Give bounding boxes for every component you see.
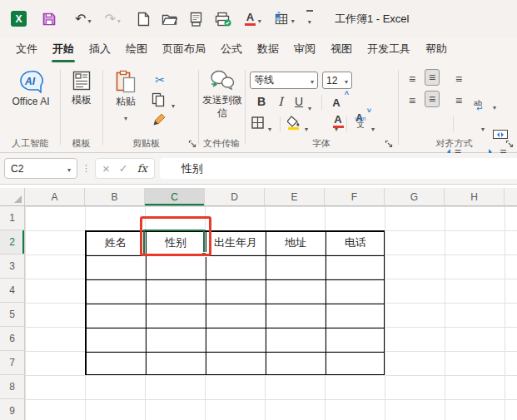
cell-b2[interactable]: 姓名 (86, 231, 146, 254)
row-header-4[interactable]: 4 (0, 279, 25, 303)
qat-font-color-button[interactable]: A (245, 7, 256, 32)
wrap-text-button[interactable] (473, 99, 490, 112)
fill-color-icon (287, 115, 301, 130)
ribbon-tab-bar: 文件 开始 插入 绘图 页面布局 公式 数据 审阅 视图 开发工具 帮助 (0, 37, 517, 65)
save-button[interactable] (42, 7, 57, 32)
insert-function-button[interactable]: fx (137, 162, 147, 175)
italic-button[interactable]: I (275, 93, 286, 110)
align-top-button[interactable] (405, 72, 420, 86)
align-right-button[interactable] (451, 93, 466, 108)
open-folder-icon (162, 12, 177, 26)
copy-button[interactable] (150, 91, 167, 108)
borders-button[interactable] (250, 115, 265, 130)
column-header-f[interactable]: F (325, 188, 385, 205)
fill-color-button[interactable] (286, 114, 301, 131)
column-header-a[interactable]: A (25, 188, 85, 205)
align-left-button[interactable] (405, 93, 420, 108)
new-file-button[interactable] (137, 7, 150, 32)
tab-draw[interactable]: 绘图 (118, 36, 155, 65)
align-bottom-button[interactable] (451, 72, 466, 86)
group-label-alignment: 对齐方式 (398, 137, 510, 150)
merge-chevron-icon[interactable] (493, 98, 496, 113)
cell-e2[interactable]: 地址 (266, 231, 326, 254)
align-center-button[interactable] (425, 91, 440, 107)
column-header-d[interactable]: D (205, 188, 265, 205)
open-file-button[interactable] (162, 7, 177, 32)
select-all-button[interactable] (0, 188, 25, 205)
ai-chat-bubble-icon: AI (17, 70, 44, 93)
column-header-g[interactable]: G (385, 188, 445, 205)
row-header-8[interactable]: 8 (0, 375, 25, 399)
underline-button[interactable]: U (293, 93, 305, 110)
quick-print-button[interactable] (215, 7, 231, 32)
font-size-chevron-icon (345, 75, 348, 86)
column-header-e[interactable]: E (265, 188, 325, 205)
name-box[interactable]: C2 (4, 158, 77, 179)
cancel-button[interactable]: × (102, 161, 110, 175)
group-label-file-transfer: 文件传输 (198, 137, 245, 150)
tab-view[interactable]: 视图 (323, 36, 360, 65)
borders-chevron-icon[interactable] (268, 120, 271, 135)
office-ai-button[interactable]: AI Office AI (7, 70, 55, 109)
fill-color-chevron-icon[interactable] (305, 120, 308, 135)
cut-button[interactable] (152, 72, 168, 88)
phonetic-chevron-icon[interactable] (371, 120, 375, 135)
redo-button[interactable] (104, 7, 115, 32)
formula-input[interactable]: 性别 (160, 158, 517, 179)
font-size-combo[interactable]: 12 (322, 72, 352, 89)
enter-button[interactable]: ✓ (119, 162, 128, 175)
font-color2-chevron-icon[interactable] (335, 120, 338, 135)
copy-chevron-icon[interactable] (172, 96, 175, 111)
tab-formulas[interactable]: 公式 (213, 36, 250, 65)
tab-review[interactable]: 审阅 (286, 36, 323, 65)
tab-home[interactable]: 开始 (45, 36, 82, 65)
paste-button[interactable]: 粘贴 (109, 70, 142, 124)
print-preview-icon (189, 12, 203, 27)
customize-quick-access-button[interactable] (306, 10, 313, 27)
column-header-b[interactable]: B (85, 188, 145, 205)
tab-developer[interactable]: 开发工具 (360, 36, 418, 65)
row-header-5[interactable]: 5 (0, 303, 25, 327)
column-header-h[interactable]: H (445, 188, 505, 205)
row-header-1[interactable]: 1 (0, 206, 25, 230)
worksheet: A B C D E F G H 1 2 3 4 5 6 7 8 9 姓名 性别 (0, 185, 517, 420)
font-color-chevron-icon[interactable] (258, 12, 261, 27)
row-header-7[interactable]: 7 (0, 351, 25, 375)
column-header-c[interactable]: C (145, 188, 205, 205)
office-ai-label: Office AI (12, 96, 49, 109)
underline-chevron-icon[interactable] (308, 99, 311, 114)
send-to-wechat-button[interactable]: 发送到微信 (202, 70, 242, 120)
row-header-6[interactable]: 6 (0, 327, 25, 351)
orientation-chevron-icon[interactable] (481, 120, 485, 135)
save-icon (42, 12, 57, 27)
row-header-9[interactable]: 9 (0, 399, 25, 420)
format-painter-button[interactable] (152, 111, 168, 128)
tab-data[interactable]: 数据 (250, 36, 286, 65)
title-bar: X A ✳ 工作簿1 - Excel (0, 0, 517, 37)
template-button[interactable]: 模板 (65, 70, 98, 107)
column-header-partial[interactable] (505, 188, 517, 205)
group-label-template: 模板 (60, 137, 102, 150)
font-dialog-launcher[interactable] (385, 140, 393, 148)
font-name-combo[interactable]: 等线 (250, 72, 318, 89)
bold-button[interactable]: B (255, 93, 268, 110)
cell-grid[interactable]: 姓名 性别 出生年月 地址 电话 (25, 206, 517, 420)
row-header-3[interactable]: 3 (0, 254, 25, 279)
cell-f2[interactable]: 电话 (326, 231, 385, 254)
tab-help[interactable]: 帮助 (418, 36, 455, 65)
tab-file[interactable]: 文件 (8, 36, 45, 65)
increase-font-button[interactable]: A (330, 95, 343, 110)
tab-page-layout[interactable]: 页面布局 (155, 36, 213, 65)
phonetic-guide-button[interactable]: wén 文 (353, 114, 368, 131)
qat-table-style-button[interactable]: ✳ (274, 7, 289, 32)
row-header-2[interactable]: 2 (0, 230, 25, 254)
undo-button[interactable] (75, 7, 86, 32)
table-style-chevron-icon[interactable] (291, 12, 295, 27)
data-table: 姓名 性别 出生年月 地址 电话 (85, 230, 385, 375)
cell-d2[interactable]: 出生年月 (206, 231, 266, 254)
alignment-dialog-launcher[interactable] (505, 140, 514, 148)
align-middle-button[interactable] (425, 69, 440, 86)
tab-insert[interactable]: 插入 (82, 36, 118, 65)
print-preview-button[interactable] (189, 7, 203, 32)
undo-chevron-icon[interactable] (87, 12, 91, 27)
